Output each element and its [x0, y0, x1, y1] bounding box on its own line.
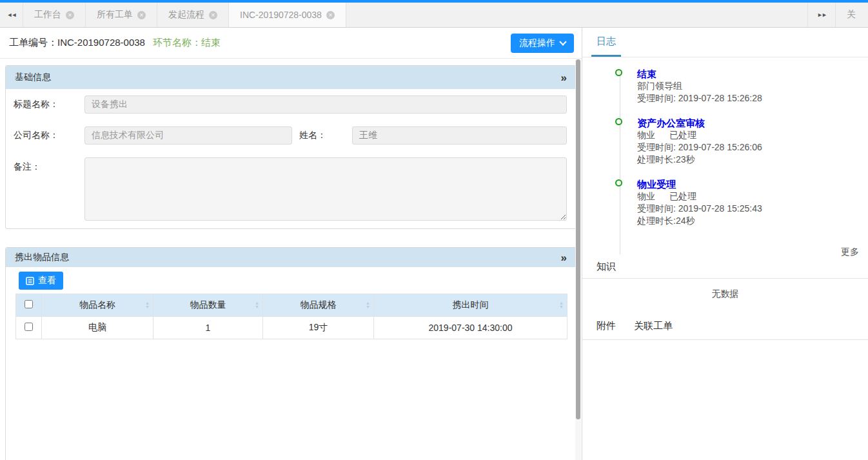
chevron-down-icon [559, 38, 566, 45]
tabs-scroll-right-icon[interactable]: ►► [807, 3, 836, 27]
tab-workbench[interactable]: 工作台 × [23, 3, 86, 27]
carried-items-header: 携出物品信息 » [6, 248, 575, 267]
work-order-detail-panel: 工单编号：INC-20190728-0038 环节名称：结束 流程操作 基础信息… [0, 28, 582, 460]
cell-item-spec: 19寸 [263, 317, 374, 339]
work-order-header: 工单编号：INC-20190728-0038 环节名称：结束 流程操作 [0, 28, 582, 59]
tab-overflow-clipped[interactable]: 关 [836, 3, 868, 27]
remark-textarea[interactable] [84, 157, 567, 221]
more-link[interactable]: 更多 [841, 246, 859, 257]
timeline-status: 已处理 [669, 191, 696, 201]
remark-label: 备注： [14, 157, 84, 173]
timeline-handler-status: 物业已处理 [637, 190, 868, 203]
timeline-item-property-accept: 物业受理 物业已处理 受理时间: 2019-07-28 15:25:43 处理时… [582, 178, 868, 227]
timeline-handler: 物业 [637, 191, 655, 201]
timeline-node-icon [615, 69, 622, 76]
col-item-quantity: 物品数量▲▼ [153, 294, 263, 317]
basic-info-header: 基础信息 » [6, 66, 575, 89]
log-side-panel: 日志 结束 部门领导组 受理时间: 2019-07-28 15:26:28 资产… [582, 28, 868, 460]
carried-items-section: 携出物品信息 » 查看 [5, 247, 575, 460]
tab-label: 关 [847, 9, 856, 21]
vertical-scrollbar[interactable] [575, 59, 581, 460]
section-title: 携出物品信息 [15, 252, 69, 263]
col-carry-time: 携出时间▲▼ [374, 294, 567, 317]
basic-info-section: 基础信息 » 标题名称： 公司名称： 姓名： [5, 65, 575, 229]
timeline-step-link[interactable]: 结束 [637, 68, 868, 80]
tab-label: 发起流程 [168, 9, 204, 21]
tab-label: INC-20190728-0038 [240, 10, 322, 20]
sort-icon[interactable]: ▲▼ [366, 301, 370, 309]
tab-attachments[interactable]: 附件 [597, 320, 616, 332]
timeline-step-link[interactable]: 资产办公室审核 [637, 117, 868, 129]
process-action-label: 流程操作 [519, 37, 555, 49]
sort-icon[interactable]: ▲▼ [145, 301, 150, 309]
company-input[interactable] [84, 126, 292, 145]
sort-icon[interactable]: ▲▼ [255, 301, 259, 309]
close-icon[interactable]: × [209, 11, 217, 19]
view-detail-icon [26, 277, 34, 285]
timeline-item-end: 结束 部门领导组 受理时间: 2019-07-28 15:26:28 [582, 68, 868, 105]
order-number: 工单编号：INC-20190728-0038 [9, 37, 145, 49]
tab-related-orders[interactable]: 关联工单 [634, 320, 673, 332]
process-timeline: 结束 部门领导组 受理时间: 2019-07-28 15:26:28 资产办公室… [582, 57, 868, 227]
row-checkbox[interactable] [25, 323, 33, 331]
tab-label: 工作台 [34, 9, 61, 21]
knowledge-no-data: 无数据 [582, 279, 868, 310]
tab-all-orders[interactable]: 所有工单 × [86, 3, 157, 27]
step-name: 环节名称：结束 [153, 37, 221, 49]
cell-item-quantity: 1 [153, 317, 263, 339]
col-item-spec: 物品规格▲▼ [263, 294, 374, 317]
main-area: 工单编号：INC-20190728-0038 环节名称：结束 流程操作 基础信息… [0, 28, 868, 460]
timeline-handler-status: 物业已处理 [637, 129, 868, 141]
view-button-label: 查看 [38, 275, 56, 286]
title-label: 标题名称： [14, 99, 84, 110]
timeline-step-link[interactable]: 物业受理 [637, 178, 868, 190]
select-all-checkbox[interactable] [25, 300, 33, 308]
scrollbar-thumb[interactable] [576, 59, 580, 419]
view-button[interactable]: 查看 [19, 272, 63, 290]
detail-scroll-area: 基础信息 » 标题名称： 公司名称： 姓名： [0, 59, 575, 460]
cell-carry-time: 2019-07-30 14:30:00 [374, 317, 567, 339]
timeline-duration: 处理时长:24秒 [637, 215, 868, 227]
section-title: 基础信息 [15, 72, 51, 83]
log-tab-bar: 日志 [582, 28, 868, 57]
collapse-icon[interactable]: » [561, 252, 567, 263]
tabs-scroll-left-icon[interactable]: ◄◄ [0, 3, 23, 27]
collapse-icon[interactable]: » [561, 72, 567, 83]
table-header-row: 物品名称▲▼ 物品数量▲▼ 物品规格▲▼ 携出时间▲▼ [16, 294, 567, 317]
knowledge-section-title: 知识 [582, 261, 868, 279]
close-icon[interactable]: × [326, 11, 335, 19]
timeline-node-icon [615, 118, 622, 125]
timeline-status: 已处理 [669, 130, 696, 140]
col-item-name: 物品名称▲▼ [42, 294, 153, 317]
cell-item-name: 电脑 [42, 317, 153, 339]
timeline-accept-time: 受理时间: 2019-07-28 15:25:43 [637, 203, 868, 215]
tab-work-order[interactable]: INC-20190728-0038 × [229, 3, 346, 27]
timeline-duration: 处理时长:23秒 [637, 154, 868, 166]
app-window: ◄◄ 工作台 × 所有工单 × 发起流程 × INC-20190728-0038… [0, 0, 868, 460]
timeline-node-icon [615, 179, 622, 186]
name-label: 姓名： [292, 130, 352, 141]
sort-icon[interactable]: ▲▼ [559, 301, 564, 309]
more-row: 更多 [582, 246, 868, 258]
items-table: 物品名称▲▼ 物品数量▲▼ 物品规格▲▼ 携出时间▲▼ 电脑 1 [15, 294, 567, 339]
tab-label: 所有工单 [97, 9, 133, 21]
close-icon[interactable]: × [66, 11, 74, 19]
title-input[interactable] [84, 95, 567, 114]
timeline-item-asset-review: 资产办公室审核 物业已处理 受理时间: 2019-07-28 15:26:06 … [582, 117, 868, 166]
tab-start-process[interactable]: 发起流程 × [157, 3, 229, 27]
basic-info-body: 标题名称： 公司名称： 姓名： 备注： [6, 89, 575, 228]
table-row[interactable]: 电脑 1 19寸 2019-07-30 14:30:00 [16, 317, 567, 339]
title-field-row: 标题名称： [6, 95, 575, 114]
timeline-group: 部门领导组 [637, 80, 868, 92]
tab-log[interactable]: 日志 [591, 28, 621, 57]
name-input[interactable] [352, 126, 567, 145]
company-label: 公司名称： [14, 130, 84, 141]
process-action-button[interactable]: 流程操作 [511, 34, 574, 53]
timeline-handler: 物业 [637, 130, 655, 140]
company-name-row: 公司名称： 姓名： [6, 126, 575, 145]
close-icon[interactable]: × [137, 11, 146, 19]
timeline-accept-time: 受理时间: 2019-07-28 15:26:28 [637, 92, 868, 105]
tab-bar: ◄◄ 工作台 × 所有工单 × 发起流程 × INC-20190728-0038… [0, 3, 868, 28]
timeline-accept-time: 受理时间: 2019-07-28 15:26:06 [637, 141, 868, 154]
attachment-tab-bar: 附件 关联工单 [582, 310, 868, 340]
